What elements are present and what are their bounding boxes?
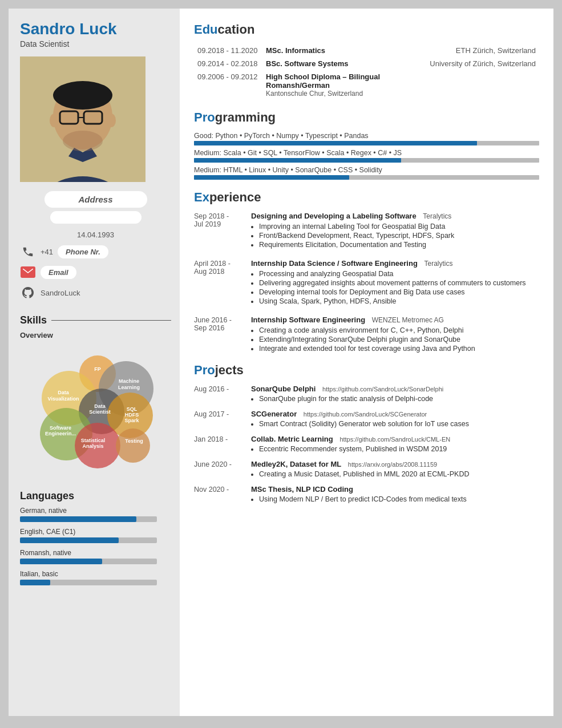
education-table: 09.2018 - 11.2020 MSc. Informatics ETH Z… <box>194 44 539 100</box>
edu-school: ETH Zürich, Switzerland <box>426 44 539 57</box>
proj-bullet: Smart Contract (Solidity) Generator web … <box>259 420 539 428</box>
prog-bar-bg <box>194 141 539 145</box>
proj-title: SCGenerator <box>251 410 297 418</box>
experience-list: Sep 2018 -Jul 2019 Designing and Develop… <box>194 212 539 354</box>
prog-bar-bg <box>194 175 539 180</box>
exp-bullet: Extending/Integrating SonarQube Delphi p… <box>259 335 539 343</box>
proj-url: https://github.com/SandroLuck/CML-EN <box>339 436 450 443</box>
exp-date: June 2016 -Sep 2016 <box>194 316 245 354</box>
svg-text:Software: Software <box>49 425 71 431</box>
proj-content: SCGenerator https://github.com/SandroLuc… <box>251 410 539 428</box>
proj-url: https://arxiv.org/abs/2008.11159 <box>348 461 437 468</box>
svg-text:Engineerin...: Engineerin... <box>45 431 75 436</box>
project-entry: Jan 2018 - Collab. Metric Learning https… <box>194 435 539 453</box>
projects-heading-rest: jects <box>215 363 244 377</box>
experience-heading-rest: perience <box>209 190 261 204</box>
experience-entry: April 2018 -Aug 2018 Internship Data Sci… <box>194 259 539 306</box>
resume-container: Sandro Luck Data Scientist <box>9 9 553 716</box>
experience-entry: Sep 2018 -Jul 2019 Designing and Develop… <box>194 212 539 250</box>
exp-bullet: Integrate and extended tool for test cov… <box>259 345 539 353</box>
exp-title: Designing and Developing a Labeling Soft… <box>251 212 417 220</box>
edu-sub: Kantonschule Chur, Switzerland <box>266 90 423 98</box>
proj-bullets: Using Modern NLP / Bert to predict ICD-C… <box>251 495 539 503</box>
language-item: German, native <box>20 507 171 522</box>
github-contact: SandroLuck <box>20 285 171 301</box>
edu-date: 09.2006 - 09.2012 <box>194 70 262 100</box>
prog-label: Good: Python • PyTorch • Numpy • Typescr… <box>194 132 539 140</box>
svg-text:Scientist: Scientist <box>89 409 111 415</box>
exp-bullet: Using Scala, Spark, Python, HDFS, Ansibl… <box>259 297 539 305</box>
proj-bullets: SonarQube plugin for the static analysis… <box>251 395 539 403</box>
exp-bullet: Improving an internal Labeling Tool for … <box>259 223 539 230</box>
svg-text:Data: Data <box>94 403 106 409</box>
svg-text:Spark: Spark <box>124 418 139 423</box>
programming-heading-accent: Pro <box>194 110 215 124</box>
projects-heading-accent: Pro <box>194 363 215 377</box>
edu-degree-cell: MSc. Informatics <box>262 44 426 57</box>
svg-point-7 <box>50 114 59 127</box>
svg-text:HDFS: HDFS <box>124 412 139 418</box>
exp-bullets: Creating a code analysis environment for… <box>251 326 539 353</box>
left-panel: Sandro Luck Data Scientist <box>9 9 180 716</box>
proj-bullets: Eccentric Recommender system, Published … <box>251 445 539 453</box>
proj-content: MSc Thesis, NLP ICD Coding Using Modern … <box>251 485 539 503</box>
svg-text:Testing: Testing <box>125 438 143 444</box>
right-panel: Education 09.2018 - 11.2020 MSc. Informa… <box>180 9 553 716</box>
education-heading-accent: Edu <box>194 22 218 37</box>
exp-bullets: Processing and analyzing Geospatial Data… <box>251 270 539 305</box>
exp-bullets: Improving an internal Labeling Tool for … <box>251 223 539 249</box>
svg-point-3 <box>53 81 112 110</box>
programming-row: Medium: HTML • Linux • Unity • SonarQube… <box>194 166 539 180</box>
edu-school: University of Zürich, Switzerland <box>426 57 539 70</box>
exp-title: Internship Data Science / Software Engin… <box>251 259 418 268</box>
svg-text:Statistical: Statistical <box>80 438 105 443</box>
language-name: German, native <box>20 507 171 515</box>
exp-bullet: Delivering aggregated insights about mov… <box>259 279 539 287</box>
language-item: Italian, basic <box>20 570 171 585</box>
language-name: Romansh, native <box>20 549 171 557</box>
github-username: SandroLuck <box>41 289 80 297</box>
svg-text:Analysis: Analysis <box>82 443 103 449</box>
language-item: English, CAE (C1) <box>20 528 171 543</box>
prog-label: Medium: Scala • Git • SQL • TensorFlow •… <box>194 149 539 157</box>
programming-row: Medium: Scala • Git • SQL • TensorFlow •… <box>194 149 539 163</box>
language-bar-bg <box>20 580 157 585</box>
language-bar-bg <box>20 559 157 564</box>
address-value <box>50 211 141 224</box>
overview-subtitle: Overview <box>20 331 171 339</box>
proj-bullet: Eccentric Recommender system, Published … <box>259 445 539 453</box>
project-entry: Aug 2016 - SonarQube Delphi https://gith… <box>194 385 539 403</box>
phone-prefix: +41 <box>41 248 53 256</box>
language-item: Romansh, native <box>20 549 171 564</box>
photo-svg <box>20 56 145 182</box>
programming-row: Good: Python • PyTorch • Numpy • Typescr… <box>194 132 539 145</box>
edu-degree: MSc. Informatics <box>266 46 325 55</box>
proj-date: Aug 2016 - <box>194 385 245 403</box>
proj-bullets: Smart Contract (Solidity) Generator web … <box>251 420 539 428</box>
proj-content: SonarQube Delphi https://github.com/Sand… <box>251 385 539 403</box>
proj-bullet: Using Modern NLP / Bert to predict ICD-C… <box>259 495 539 503</box>
proj-title: SonarQube Delphi <box>251 385 316 393</box>
proj-title: Collab. Metric Learning <box>251 435 333 443</box>
language-bar-fill <box>20 559 102 564</box>
language-bar-bg <box>20 516 157 522</box>
exp-title: Internship Software Engineering <box>251 316 365 324</box>
exp-content: Designing and Developing a Labeling Soft… <box>251 212 539 250</box>
svg-point-10 <box>63 131 103 151</box>
languages-list: German, native English, CAE (C1) Romansh… <box>20 507 171 591</box>
proj-date: Jan 2018 - <box>194 435 245 453</box>
svg-text:Visualization: Visualization <box>47 396 79 402</box>
proj-date: Nov 2020 - <box>194 485 245 503</box>
phone-icon <box>20 244 36 260</box>
prog-label: Medium: HTML • Linux • Unity • SonarQube… <box>194 166 539 174</box>
education-heading-rest: cation <box>218 22 255 37</box>
svg-text:Data: Data <box>58 390 70 395</box>
exp-date: April 2018 -Aug 2018 <box>194 259 245 306</box>
education-row: 09.2018 - 11.2020 MSc. Informatics ETH Z… <box>194 44 539 57</box>
candidate-title: Data Scientist <box>20 39 171 48</box>
language-bar-fill <box>20 516 136 522</box>
svg-text:Machine: Machine <box>118 378 139 384</box>
proj-bullets: Creating a Music Dataset, Published in M… <box>251 470 539 478</box>
proj-bullet: SonarQube plugin for the static analysis… <box>259 395 539 403</box>
exp-bullet: Processing and analyzing Geospatial Data <box>259 270 539 278</box>
